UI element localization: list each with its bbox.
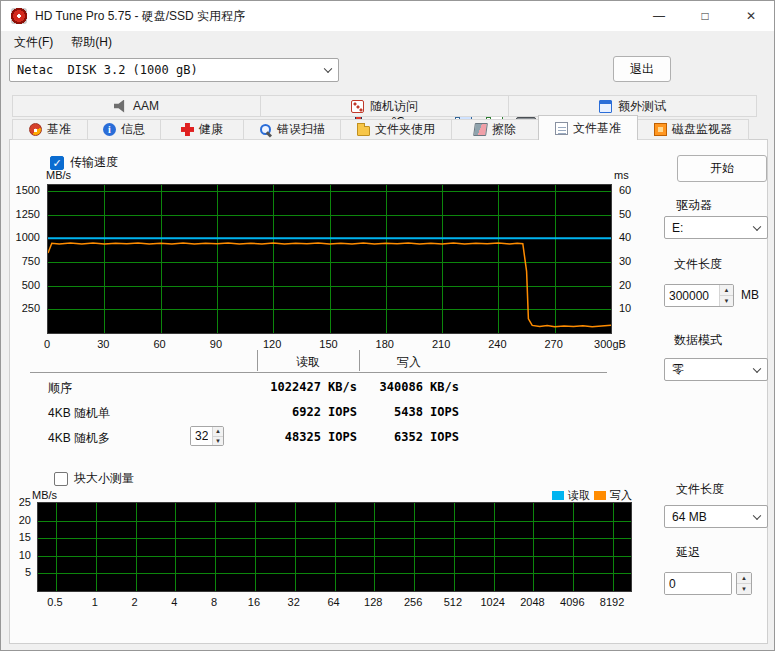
tick-label: 300gB xyxy=(585,338,635,350)
tab-label: 额外测试 xyxy=(618,98,666,115)
block-size-chart xyxy=(37,502,632,592)
tab-benchmark[interactable]: 基准 xyxy=(12,119,88,140)
tick-label: 60 xyxy=(135,338,185,350)
block-file-length-select[interactable]: 64 MB xyxy=(664,505,768,528)
block-size-checkbox[interactable]: 块大小测量 xyxy=(54,470,134,487)
chevron-down-icon xyxy=(753,222,761,230)
window-title: HD Tune Pro 5.75 - 硬盘/SSD 实用程序 xyxy=(35,8,245,25)
tab-label: 随机访问 xyxy=(370,98,418,115)
info-icon xyxy=(103,123,116,136)
tick-label: 10 xyxy=(19,549,31,561)
tick-label: 0 xyxy=(22,338,72,350)
tab-disk-monitor[interactable]: 磁盘监视器 xyxy=(637,119,749,140)
close-button[interactable]: ✕ xyxy=(728,1,774,31)
tab-erase[interactable]: 擦除 xyxy=(451,119,539,140)
tick-label: 180 xyxy=(360,338,410,350)
data-mode-select[interactable]: 零 xyxy=(664,358,768,381)
tick-label: 50 xyxy=(619,208,631,220)
random-single-write-value: 5438 IOPS xyxy=(359,405,459,419)
tab-label: 擦除 xyxy=(492,121,516,138)
tab-aam[interactable]: AAM xyxy=(12,95,261,117)
legend-write-swatch xyxy=(594,491,606,500)
tick-label: 25 xyxy=(19,496,31,508)
file-length-label: 文件长度 xyxy=(674,256,722,273)
delay-input[interactable] xyxy=(665,573,731,594)
titlebar: HD Tune Pro 5.75 - 硬盘/SSD 实用程序 — □ ✕ xyxy=(1,1,774,31)
tick-label: 60 xyxy=(619,184,631,196)
drive-label: 驱动器 xyxy=(676,197,712,214)
checkbox-checked-icon xyxy=(50,156,64,170)
tab-label: 信息 xyxy=(121,121,145,138)
file-length-input[interactable] xyxy=(665,285,719,306)
tab-label: 健康 xyxy=(199,121,223,138)
exit-button[interactable]: 退出 xyxy=(613,56,671,82)
transfer-speed-chart xyxy=(47,184,612,334)
tick-label: 5 xyxy=(25,566,31,578)
menu-file[interactable]: 文件(F) xyxy=(5,32,62,53)
tick-label: 30 xyxy=(78,338,128,350)
row-label-4k-random-single: 4KB 随机单 xyxy=(48,405,110,422)
tick-label: 750 xyxy=(22,255,40,267)
tick-label: 8192 xyxy=(587,596,637,608)
disk-monitor-icon xyxy=(654,123,667,136)
checkbox-label: 传输速度 xyxy=(70,154,118,171)
random-single-read-value: 6922 IOPS xyxy=(255,405,357,419)
spin-up-icon[interactable] xyxy=(720,285,733,296)
random-multi-write-value: 6352 IOPS xyxy=(359,430,459,444)
menu-help[interactable]: 帮助(H) xyxy=(62,32,121,53)
maximize-button[interactable]: □ xyxy=(682,1,728,31)
tick-label: 1250 xyxy=(16,208,40,220)
y-axis-labels-right: 102030405060 xyxy=(616,184,656,334)
eraser-icon xyxy=(473,123,488,136)
dice-icon xyxy=(351,100,364,113)
tab-file-benchmark[interactable]: 文件基准 xyxy=(538,115,638,140)
tab-label: 磁盘监视器 xyxy=(672,121,732,138)
tick-label: 15 xyxy=(19,531,31,543)
drive-select[interactable]: E: xyxy=(664,216,768,239)
chevron-down-icon xyxy=(753,364,761,372)
spin-down-icon[interactable] xyxy=(737,584,751,594)
start-button[interactable]: 开始 xyxy=(677,155,767,182)
tick-label: 240 xyxy=(472,338,522,350)
spinner-arrows xyxy=(212,427,223,445)
sequential-write-value: 340086 KB/s xyxy=(359,380,459,394)
drive-combobox[interactable]: Netac DISK 3.2 (1000 gB) xyxy=(9,58,339,82)
tab-health[interactable]: 健康 xyxy=(160,119,244,140)
tick-label: 90 xyxy=(191,338,241,350)
row-label-4k-random-multi: 4KB 随机多 xyxy=(48,430,110,447)
y-axis-labels-left: 250500750100012501500 xyxy=(10,184,43,334)
block-file-length-value: 64 MB xyxy=(672,510,707,524)
tab-random-access[interactable]: 随机访问 xyxy=(260,95,509,117)
table-divider xyxy=(30,372,607,373)
tick-label: 150 xyxy=(304,338,354,350)
menubar: 文件(F) 帮助(H) xyxy=(1,31,774,53)
delay-spinner-arrows xyxy=(736,572,752,595)
tab-error-scan[interactable]: 错误扫描 xyxy=(243,119,341,140)
drive-select-value: E: xyxy=(672,221,683,235)
file-length-spinner xyxy=(664,284,734,307)
tick-label: 40 xyxy=(619,231,631,243)
y-axis-unit-left: MB/s xyxy=(32,489,57,501)
tick-label: 250 xyxy=(22,302,40,314)
spinner-arrows xyxy=(719,285,733,306)
tab-label: 文件基准 xyxy=(573,120,621,137)
tab-row-bottom: 基准 信息 健康 错误扫描 文件夹使用 擦除 文件基准 磁盘监视器 xyxy=(13,117,749,140)
spin-up-icon[interactable] xyxy=(737,573,751,584)
legend-read-swatch xyxy=(552,491,564,500)
spin-down-icon[interactable] xyxy=(720,296,733,306)
speaker-icon xyxy=(114,100,127,113)
app-icon xyxy=(11,8,27,24)
tick-label: 20 xyxy=(619,279,631,291)
tab-label: 文件夹使用 xyxy=(375,121,435,138)
file-benchmark-page: 传输速度 MB/s ms 250500750100012501500 10203… xyxy=(9,139,768,644)
spin-down-icon[interactable] xyxy=(213,437,223,446)
y-axis-labels-left: 510152025 xyxy=(10,502,34,592)
queue-depth-input[interactable] xyxy=(191,427,212,445)
tick-label: 210 xyxy=(416,338,466,350)
tab-info[interactable]: 信息 xyxy=(87,119,161,140)
minimize-button[interactable]: — xyxy=(636,1,682,31)
spin-up-icon[interactable] xyxy=(213,427,223,437)
tab-folder-usage[interactable]: 文件夹使用 xyxy=(340,119,452,140)
drive-combobox-value: Netac DISK 3.2 (1000 gB) xyxy=(17,63,198,77)
tab-extra-tests[interactable]: 额外测试 xyxy=(508,95,757,117)
